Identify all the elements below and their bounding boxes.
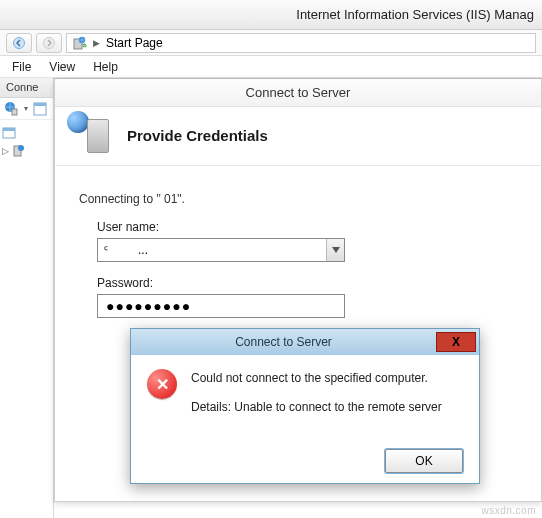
- wizard-heading: Provide Credentials: [127, 127, 268, 144]
- error-icon: ✕: [147, 369, 177, 399]
- back-button[interactable]: [6, 33, 32, 53]
- menu-help[interactable]: Help: [93, 60, 118, 74]
- error-message: Could not connect to the specified compu…: [191, 369, 442, 388]
- dialog-close-button[interactable]: X: [436, 332, 476, 352]
- address-bar[interactable]: ▶ Start Page: [66, 33, 536, 53]
- server-globe-icon: [73, 115, 113, 155]
- wizard-title: Connect to Server: [55, 79, 541, 107]
- svg-rect-10: [3, 128, 15, 131]
- dialog-title: Connect to Server: [131, 335, 436, 349]
- chevron-down-icon: [332, 247, 340, 253]
- breadcrumb-separator: ▶: [93, 38, 100, 48]
- connect-server-icon[interactable]: [4, 101, 20, 117]
- connect-site-icon[interactable]: [32, 101, 48, 117]
- ok-button[interactable]: OK: [385, 449, 463, 473]
- username-combo[interactable]: [97, 238, 345, 262]
- svg-point-12: [18, 145, 24, 151]
- tree-server-node[interactable]: ▷: [2, 142, 51, 160]
- username-dropdown-button[interactable]: [326, 239, 344, 261]
- password-field[interactable]: [97, 294, 345, 318]
- app-title: Internet Information Services (IIS) Mana…: [296, 7, 534, 22]
- username-label: User name:: [97, 220, 517, 234]
- connections-pane: Conne ▾ ▷: [0, 78, 54, 518]
- connections-header: Conne: [0, 78, 53, 98]
- breadcrumb-location: Start Page: [106, 36, 163, 50]
- forward-button[interactable]: [36, 33, 62, 53]
- connections-toolbar: ▾: [0, 98, 53, 120]
- svg-rect-8: [34, 103, 46, 106]
- menu-file[interactable]: File: [12, 60, 31, 74]
- toolbar: ▶ Start Page: [0, 30, 542, 56]
- error-details: Details: Unable to connect to the remote…: [191, 398, 442, 417]
- watermark: wsxdn.com: [481, 505, 536, 516]
- menu-view[interactable]: View: [49, 60, 75, 74]
- close-icon: X: [452, 335, 460, 349]
- connections-tree[interactable]: ▷: [0, 120, 53, 164]
- dialog-titlebar[interactable]: Connect to Server X: [131, 329, 479, 355]
- iis-icon: [73, 36, 87, 50]
- password-input[interactable]: [104, 295, 338, 317]
- menu-bar: File View Help: [0, 56, 542, 78]
- svg-point-1: [44, 37, 55, 48]
- username-input[interactable]: [98, 243, 326, 257]
- tree-start-page[interactable]: [2, 124, 51, 142]
- svg-rect-6: [12, 109, 17, 115]
- app-titlebar: Internet Information Services (IIS) Mana…: [0, 0, 542, 30]
- password-label: Password:: [97, 276, 517, 290]
- error-dialog: Connect to Server X ✕ Could not connect …: [130, 328, 480, 484]
- svg-point-0: [14, 37, 25, 48]
- connecting-to-line: Connecting to " 01".: [79, 192, 517, 206]
